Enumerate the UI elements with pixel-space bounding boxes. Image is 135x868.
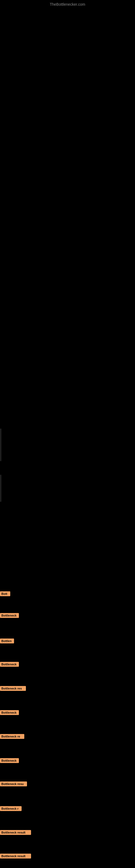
bottleneck-result-11: Bottleneck result [0,830,31,835]
bottleneck-result-2: Bottleneck [0,613,19,618]
bottleneck-result-6: Bottleneck [0,710,19,715]
bottleneck-result-3: Bottlen [0,639,14,643]
vertical-line-1 [1,429,1,461]
bottleneck-result-1: Bott [0,591,10,596]
bottleneck-result-4: Bottleneck [0,662,19,667]
bottleneck-result-10: Bottleneck r [0,806,21,811]
bottleneck-result-12: Bottleneck result [0,854,31,859]
site-title: TheBottlenecker.com [50,2,85,6]
bottleneck-result-8: Bottleneck [0,758,19,763]
vertical-line-2 [1,475,1,502]
bottleneck-result-5: Bottleneck res [0,686,26,691]
bottleneck-result-9: Bottleneck resu [0,781,27,786]
bottleneck-result-7: Bottleneck re [0,734,24,739]
